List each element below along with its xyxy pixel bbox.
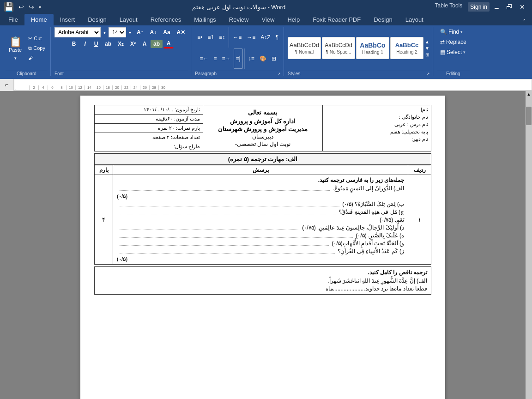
bold-button[interactable]: B: [69, 40, 79, 48]
header-row-1: نام| نام خانوادگی : نام درس : عربی پایه …: [95, 105, 431, 115]
clear-formatting-button[interactable]: A✕: [174, 28, 188, 36]
cut-button[interactable]: ✂ Cut: [26, 34, 48, 43]
school-text: دبیرستان: [206, 133, 320, 140]
ruler-mark: 26: [140, 85, 149, 90]
copy-button[interactable]: ⧉ Copy: [26, 44, 48, 53]
table-tools-label: Table Tools: [435, 2, 462, 12]
styles-more[interactable]: ⊞: [424, 52, 430, 58]
font-size-select[interactable]: 14: [109, 27, 126, 37]
select-icon: ▦: [440, 49, 445, 55]
text-highlight-button[interactable]: ab: [151, 40, 163, 48]
tab-layout[interactable]: Layout: [113, 14, 144, 25]
minimize-button[interactable]: 🗕: [490, 2, 502, 12]
scroll-track[interactable]: [526, 97, 532, 399]
text-effects-button[interactable]: A: [139, 40, 150, 48]
ruler-marks: 2 4 6 8 10 12 14 16 18 20 22 24 26 28 30: [14, 79, 532, 90]
bullets-button[interactable]: ≡•: [195, 27, 205, 48]
paragraph-dialog-launcher[interactable]: ↗: [277, 72, 281, 76]
borders-button[interactable]: ⊞: [269, 48, 278, 69]
show-formatting-button[interactable]: ¶: [273, 27, 281, 48]
word-icon: 💾: [4, 2, 14, 12]
close-button[interactable]: ✕: [516, 2, 528, 12]
justify-button[interactable]: ≡|: [234, 48, 243, 69]
style-normal[interactable]: AaBbCcDd ¶ Normal: [288, 37, 321, 59]
question-part-ba: ب) لِمَن تِلکَ السَّیّارَةُ؟ (۰/۵): [117, 201, 404, 207]
table-header-row: ردیف پرسش بارم: [95, 165, 431, 175]
paste-dropdown[interactable]: ▾: [12, 55, 19, 61]
styles-container: AaBbCcDd ¶ Normal AaBbCcDd ¶ No Spac... …: [288, 37, 423, 59]
tab-design[interactable]: Design: [81, 14, 113, 25]
line-spacing-button[interactable]: ↕≡: [246, 48, 257, 69]
quick-access-dropdown[interactable]: ▾: [37, 2, 43, 12]
italic-button[interactable]: I: [80, 40, 90, 48]
dots-waw: [120, 245, 329, 246]
find-button[interactable]: 🔍 Find ▾: [437, 27, 466, 36]
maximize-button[interactable]: 🗗: [503, 2, 515, 12]
part-waw-text: و) اَلجَنَّةُ تَحتَ أَقدامِ الأُمَّهاتِ(…: [332, 240, 404, 247]
redo-button[interactable]: ↪: [27, 2, 36, 12]
replace-button[interactable]: ⇄ Replace: [437, 37, 470, 47]
tab-view[interactable]: View: [255, 14, 281, 25]
dots-jim: [120, 214, 336, 214]
style-nospace[interactable]: AaBbCcDd ¶ No Spac...: [322, 37, 355, 59]
sign-in-button[interactable]: Sign in: [468, 2, 490, 12]
tab-file[interactable]: File: [2, 14, 24, 25]
paste-button[interactable]: 📋 Paste: [6, 35, 25, 55]
ribbon-collapse-button[interactable]: ⌃: [518, 16, 530, 25]
ruler-mark: 28: [149, 85, 158, 90]
font-size-dropdown[interactable]: ▾: [127, 29, 133, 36]
scroll-up-button[interactable]: ▲: [526, 91, 532, 97]
font-dropdown[interactable]: ▾: [102, 29, 108, 36]
styles-scroll-down[interactable]: ▼: [424, 45, 430, 51]
tab-mailings[interactable]: Mailings: [187, 14, 223, 25]
multilevel-list-button[interactable]: ≡↕: [217, 27, 227, 48]
tab-foxit[interactable]: Foxit Reader PDF: [306, 14, 367, 25]
clipboard-label: Clipboard: [6, 70, 48, 76]
shading-button[interactable]: 🎨: [257, 48, 269, 69]
decrease-font-size-button[interactable]: A↓: [147, 28, 160, 36]
increase-indent-button[interactable]: →≡: [244, 27, 258, 48]
date-cell: تاریخ آزمون: .../۱۰/.../۱۴۰۱: [95, 105, 203, 115]
document-page[interactable]: نام| نام خانوادگی : نام درس : عربی پایه …: [80, 96, 445, 399]
document-page-area[interactable]: نام| نام خانوادگی : نام درس : عربی پایه …: [0, 91, 526, 399]
change-case-button[interactable]: Aa: [160, 28, 173, 36]
superscript-button[interactable]: X²: [127, 40, 139, 48]
scroll-thumb[interactable]: [526, 107, 532, 125]
part-za-text: ز) کَم عَدَدُ الأَنبِیاءِ فِی القُرآنِ؟: [338, 248, 404, 254]
tab-help[interactable]: Help: [281, 14, 306, 25]
styles-dialog-launcher[interactable]: ↗: [426, 72, 430, 76]
dots-ha: [120, 237, 353, 238]
strikethrough-button[interactable]: ab: [102, 40, 114, 48]
question-part-alef: الف) الذَّوَرانُ إلی الیَمینِ مَمنُوعٌ.: [117, 185, 404, 192]
subscript-button[interactable]: X₂: [115, 40, 127, 48]
score-alef: (۰/۵): [117, 193, 404, 200]
section-b-table: ترجمه ناقص را کامل کنید. الف) إنَّ عِدَّ…: [94, 266, 431, 295]
tab-home[interactable]: Home: [24, 14, 54, 25]
ruler-mark: 18: [103, 85, 112, 90]
tab-table-layout[interactable]: Layout: [399, 14, 430, 25]
styles-scroll-up[interactable]: ▲: [424, 39, 430, 45]
align-right-button[interactable]: ≡→: [220, 48, 233, 69]
normal-preview: AaBbCcDd: [290, 42, 319, 48]
align-left-button[interactable]: ≡←: [198, 48, 211, 69]
tab-references[interactable]: References: [144, 14, 187, 25]
ruler-corner[interactable]: ⌐: [0, 79, 14, 91]
numbering-button[interactable]: ≡1: [205, 27, 216, 48]
font-color-button[interactable]: A: [163, 39, 174, 48]
align-center-button[interactable]: ≡: [212, 48, 219, 69]
tab-table-design[interactable]: Design: [367, 14, 399, 25]
increase-font-size-button[interactable]: A↑: [134, 28, 146, 36]
style-heading2[interactable]: AaBbCc Heading 2: [390, 37, 423, 59]
font-family-select[interactable]: Adobe Arabi: [54, 27, 101, 37]
decrease-indent-button[interactable]: ←≡: [230, 27, 244, 48]
underline-button[interactable]: U: [91, 40, 101, 48]
vertical-scrollbar[interactable]: ▲ ▼: [526, 91, 532, 399]
tab-review[interactable]: Review: [223, 14, 255, 25]
format-painter-button[interactable]: 🖌: [26, 54, 48, 62]
editing-group: 🔍 Find ▾ ⇄ Replace ▦ Select ▾ Editing: [434, 27, 472, 76]
select-button[interactable]: ▦ Select ▾: [437, 48, 469, 57]
style-heading1[interactable]: AaBbCo Heading 1: [356, 37, 389, 59]
sort-button[interactable]: A↕Z: [258, 27, 272, 48]
tab-insert[interactable]: Insert: [54, 14, 82, 25]
undo-button[interactable]: ↩: [17, 2, 26, 12]
